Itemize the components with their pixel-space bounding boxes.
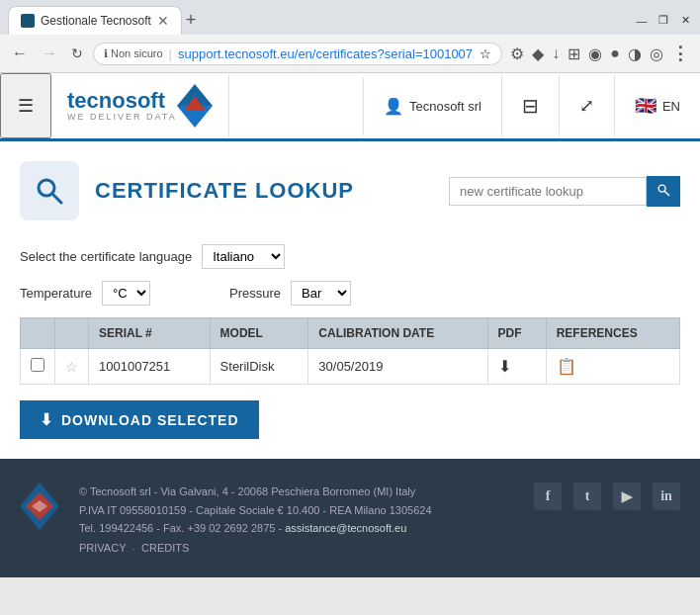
- row-checkbox-cell: [21, 349, 55, 385]
- expand-icon: ⤢: [579, 95, 594, 117]
- footer-tel-text: Tel. 199422456 - Fax. +39 02 2692 2875 -: [79, 522, 285, 534]
- table-header: SERIAL # MODEL CALIBRATION DATE PDF REFE…: [21, 318, 680, 349]
- footer-tel: Tel. 199422456 - Fax. +39 02 2692 2875 -…: [79, 519, 514, 538]
- apps-icon[interactable]: ⊞: [566, 43, 582, 65]
- footer-links: PRIVACY - CREDITS: [79, 542, 514, 554]
- browser-titlebar: Gestionale Tecnosoft ✕ + — ❐ ✕: [0, 0, 700, 35]
- footer-text: © Tecnosoft srl - Via Galvani, 4 - 20068…: [79, 483, 514, 554]
- reload-button[interactable]: ↻: [67, 44, 87, 63]
- lastpass-icon[interactable]: ●: [608, 43, 622, 64]
- footer-email-link[interactable]: assistance@tecnosoft.eu: [285, 522, 406, 534]
- minimize-button[interactable]: —: [635, 14, 649, 28]
- footer-link-separator: -: [131, 542, 138, 554]
- ext-icon-3[interactable]: ◎: [648, 43, 665, 65]
- browser-tab[interactable]: Gestionale Tecnosoft ✕: [8, 6, 182, 35]
- row-checkbox[interactable]: [31, 358, 44, 372]
- privacy-link[interactable]: PRIVACY: [79, 542, 126, 554]
- pressure-label: Pressure: [229, 286, 281, 301]
- lookup-search: [449, 176, 680, 207]
- header-nav: 👤 Tecnosoft srl ⊟ ⤢ 🇬🇧 EN: [363, 74, 700, 137]
- row-model: SterilDisk: [210, 349, 308, 385]
- download-selected-button[interactable]: ⬇ DOWNLOAD SELECTED: [20, 400, 259, 439]
- credits-link[interactable]: CREDITS: [141, 542, 189, 554]
- new-tab-button[interactable]: +: [186, 10, 197, 31]
- measurement-form-row: Temperature °C °F K Pressure Bar PSI Pa …: [20, 281, 680, 306]
- window-controls: — ❐ ✕: [635, 14, 692, 28]
- toolbar-icons: ⚙ ◆ ↓ ⊞ ◉ ● ◑ ◎ ⋮: [508, 41, 692, 66]
- secure-indicator: ℹ Non sicuro: [104, 47, 163, 60]
- lookup-icon: [20, 161, 79, 220]
- bottom-bar: [0, 577, 700, 595]
- site-header: ☰ tecnosoft WE DELIVER DATA 👤 Tecnosoft …: [0, 73, 700, 141]
- pressure-select[interactable]: Bar PSI Pa MPa: [291, 281, 351, 306]
- address-bar-icons: ☆: [480, 46, 491, 61]
- info-icon: ℹ: [104, 47, 108, 60]
- linkedin-icon[interactable]: in: [653, 483, 680, 510]
- facebook-icon[interactable]: f: [534, 483, 562, 510]
- table-body: ☆ 1001007251 SterilDisk 30/05/2019 ⬇ 📋: [21, 349, 680, 385]
- url-input[interactable]: [178, 46, 474, 61]
- logo-area: tecnosoft WE DELIVER DATA: [51, 74, 229, 137]
- footer-logo: [20, 483, 59, 530]
- search-button[interactable]: [647, 176, 680, 207]
- address-bar[interactable]: ℹ Non sicuro | ☆: [93, 43, 502, 65]
- main-content: CERTIFICATE LOOKUP Select the certificat…: [0, 141, 700, 459]
- grid-nav-item[interactable]: ⊟: [501, 74, 559, 137]
- user-icon: 👤: [384, 97, 403, 116]
- user-nav-item[interactable]: 👤 Tecnosoft srl: [363, 77, 501, 135]
- logo[interactable]: tecnosoft WE DELIVER DATA: [67, 84, 213, 128]
- diamond-accent: [185, 96, 205, 110]
- col-model: MODEL: [210, 318, 308, 349]
- extensions-button[interactable]: ⚙: [508, 43, 526, 65]
- col-pdf: PDF: [487, 318, 546, 349]
- youtube-icon[interactable]: ▶: [613, 483, 641, 510]
- col-calibration: CALIBRATION DATE: [308, 318, 487, 349]
- tab-close-icon[interactable]: ✕: [157, 13, 169, 29]
- svg-line-1: [52, 194, 61, 203]
- footer-social: f t ▶ in: [534, 483, 680, 510]
- browser-chrome: Gestionale Tecnosoft ✕ + — ❐ ✕ ← → ↻ ℹ N…: [0, 0, 700, 73]
- lang-label: EN: [662, 99, 680, 114]
- tab-favicon: [21, 14, 35, 28]
- twitter-icon[interactable]: t: [573, 483, 601, 510]
- language-form-row: Select the certificate language Italiano…: [20, 244, 680, 269]
- user-label: Tecnosoft srl: [409, 99, 481, 114]
- search-icon-svg: [34, 175, 65, 207]
- footer-tax: P.IVA IT 09558010159 - Capitale Sociale …: [79, 501, 514, 520]
- download-manager-icon[interactable]: ↓: [550, 43, 562, 64]
- separator: |: [169, 46, 172, 61]
- svg-line-3: [664, 191, 668, 195]
- hamburger-menu-button[interactable]: ☰: [0, 73, 51, 138]
- language-label: Select the certificate language: [20, 249, 192, 264]
- menu-button[interactable]: ⋮: [669, 41, 692, 66]
- pdf-download-icon[interactable]: ⬇: [498, 358, 511, 375]
- expand-nav-item[interactable]: ⤢: [559, 75, 614, 136]
- table-header-row: SERIAL # MODEL CALIBRATION DATE PDF REFE…: [21, 318, 680, 349]
- language-select[interactable]: Italiano English Deutsch Français: [202, 244, 285, 269]
- ext-icon-2[interactable]: ◑: [626, 43, 644, 65]
- certificates-table: SERIAL # MODEL CALIBRATION DATE PDF REFE…: [20, 317, 680, 385]
- row-serial: 1001007251: [89, 349, 211, 385]
- restore-button[interactable]: ❐: [656, 14, 670, 28]
- footer-inner: © Tecnosoft srl - Via Galvani, 4 - 20068…: [20, 483, 680, 554]
- star-icon[interactable]: ☆: [480, 46, 491, 61]
- close-button[interactable]: ✕: [678, 14, 692, 28]
- lookup-header: CERTIFICATE LOOKUP: [20, 161, 680, 220]
- dropbox-icon[interactable]: ◆: [530, 43, 546, 65]
- search-input[interactable]: [449, 177, 647, 206]
- forward-button[interactable]: →: [38, 43, 61, 64]
- col-references: REFERENCES: [546, 318, 679, 349]
- browser-toolbar: ← → ↻ ℹ Non sicuro | ☆ ⚙ ◆ ↓ ⊞ ◉ ● ◑ ◎ ⋮: [0, 35, 700, 72]
- reference-icon[interactable]: 📋: [557, 358, 576, 375]
- row-reference-cell: 📋: [546, 349, 679, 385]
- rss-icon[interactable]: ◉: [586, 43, 604, 65]
- language-nav-item[interactable]: 🇬🇧 EN: [614, 75, 700, 136]
- logo-sub: WE DELIVER DATA: [67, 112, 177, 122]
- row-pdf-cell: ⬇: [487, 349, 546, 385]
- back-button[interactable]: ←: [8, 43, 32, 64]
- temperature-select[interactable]: °C °F K: [102, 281, 150, 306]
- star-toggle-icon[interactable]: ☆: [65, 359, 78, 375]
- col-checkbox: [21, 318, 55, 349]
- search-submit-icon: [656, 183, 670, 197]
- grid-icon: ⊟: [522, 94, 539, 118]
